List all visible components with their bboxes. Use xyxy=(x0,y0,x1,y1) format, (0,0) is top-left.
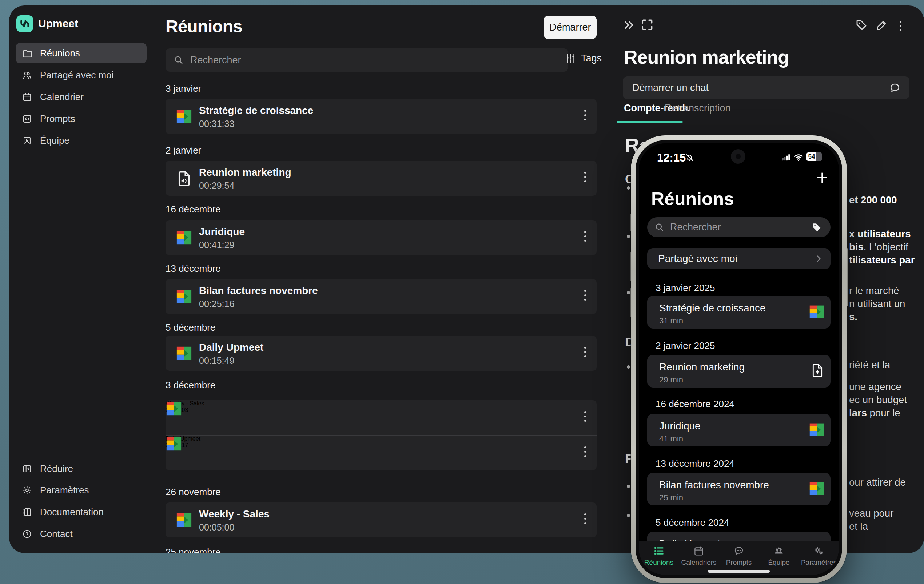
meeting-row[interactable]: Juridique 41 min xyxy=(647,414,830,447)
google-meet-icon xyxy=(176,345,193,362)
meeting-detail-title: Reunion marketing xyxy=(624,46,789,68)
tab-label: Équipe xyxy=(768,559,789,566)
phone-search-input[interactable]: Rechercher xyxy=(647,217,830,237)
meeting-row[interactable]: Weekly - Sales 00:30:03 xyxy=(165,400,597,435)
date-group-header: 16 décembre xyxy=(165,204,221,215)
sidebar-item-contact[interactable]: Contact xyxy=(16,525,147,543)
bullet-dot xyxy=(627,365,630,369)
tags-label: Tags xyxy=(581,53,602,64)
folder-icon xyxy=(22,48,32,58)
sidebar-item-equipe[interactable]: Équipe xyxy=(16,130,147,151)
sidebar-item-parametres[interactable]: Paramètres xyxy=(16,482,147,499)
tab-retranscription[interactable]: Retranscription xyxy=(665,102,731,114)
meeting-title: Bilan factures novembre xyxy=(199,285,318,297)
tags-filter-button[interactable]: Tags xyxy=(565,53,602,64)
notebook-icon xyxy=(22,507,32,517)
calendar-icon xyxy=(693,545,704,556)
report-text-line: lars pour le xyxy=(849,407,900,419)
meeting-duration: 00:41:29 xyxy=(199,240,234,250)
meeting-title: Reunion marketing xyxy=(199,167,291,178)
meeting-row[interactable]: Daily Upmeet 00:15:49 xyxy=(165,336,597,371)
chat-input[interactable]: Démarrer un chat xyxy=(623,76,909,99)
meeting-row[interactable]: Daily Upmeet 00:30:17 xyxy=(165,436,597,470)
sidebar-item-label: Contact xyxy=(40,528,73,539)
meeting-row[interactable]: Reunion marketing 00:29:54 xyxy=(165,161,597,196)
search-input[interactable]: Rechercher xyxy=(165,48,568,72)
battery-icon: 54 xyxy=(806,152,822,161)
sidebar-item-label: Prompts xyxy=(40,113,75,124)
more-menu-icon[interactable] xyxy=(899,21,902,34)
meeting-row[interactable]: Weekly - Sales 00:05:00 xyxy=(165,503,597,538)
kebab-menu-icon[interactable] xyxy=(584,513,586,526)
report-text-line: riété et la xyxy=(849,359,890,371)
sidebar-item-reunions[interactable]: Réunions xyxy=(16,43,147,63)
sidebar-item-label: Réunions xyxy=(40,48,80,59)
desktop: Upmeet Réunions Partagé avec moi Calendr… xyxy=(0,0,924,584)
google-meet-icon xyxy=(808,422,825,438)
sidebar-item-calendrier[interactable]: Calendrier xyxy=(16,87,147,107)
meeting-title: Stratégie de croissance xyxy=(659,302,766,314)
phone-screen: 12:15 54 + Réunions Rechercher Partagé a… xyxy=(639,144,839,575)
kebab-menu-icon[interactable] xyxy=(584,290,586,303)
start-meeting-button[interactable]: Démarrer xyxy=(544,16,597,39)
report-text-line: et 200 000 xyxy=(849,194,897,206)
shared-label: Partagé avec moi xyxy=(658,253,738,264)
bullet-dot xyxy=(627,485,630,488)
kebab-menu-icon[interactable] xyxy=(584,411,586,424)
report-text-line: ec un budget xyxy=(849,394,907,406)
add-meeting-button[interactable]: + xyxy=(816,167,828,188)
sidebar-item-partage[interactable]: Partagé avec moi xyxy=(16,65,147,85)
date-group-header: 5 décembre 2024 xyxy=(655,517,729,528)
gear-icon xyxy=(22,485,32,495)
audio-file-icon xyxy=(176,170,193,186)
shared-with-me-row[interactable]: Partagé avec moi xyxy=(647,248,830,269)
date-group-header: 13 décembre 2024 xyxy=(655,458,734,469)
sidebar-item-prompts[interactable]: Prompts xyxy=(16,109,147,129)
sidebar-item-label: Réduire xyxy=(40,463,73,475)
report-text-line: bis. L'objectif xyxy=(849,241,908,253)
meeting-row[interactable]: Reunion marketing 29 min xyxy=(647,355,830,388)
meeting-title: Weekly - Sales xyxy=(165,400,597,407)
meeting-duration: 25 min xyxy=(659,493,683,503)
meeting-row[interactable]: Bilan factures novembre 00:25:16 xyxy=(165,279,597,314)
date-group-header: 2 janvier xyxy=(165,145,201,156)
report-text-line: s. xyxy=(849,311,858,323)
meeting-duration: 41 min xyxy=(659,434,683,444)
people-icon xyxy=(774,545,784,556)
tag-filled-icon[interactable] xyxy=(811,222,822,233)
kebab-menu-icon[interactable] xyxy=(584,172,586,185)
collapse-chevrons-icon[interactable] xyxy=(623,19,635,31)
search-placeholder: Rechercher xyxy=(190,54,241,66)
date-group-header: 3 janvier 2025 xyxy=(655,282,715,294)
date-group-header: 26 novembre xyxy=(165,487,221,498)
kebab-menu-icon[interactable] xyxy=(584,347,586,360)
kebab-menu-icon[interactable] xyxy=(584,447,586,460)
edit-pencil-icon[interactable] xyxy=(875,18,888,32)
sidebar-item-reduire[interactable]: Réduire xyxy=(16,460,147,477)
meeting-row[interactable]: Stratégie de croissance 00:31:33 xyxy=(165,99,597,134)
kebab-menu-icon[interactable] xyxy=(584,231,586,244)
sidebar-item-label: Partagé avec moi xyxy=(40,69,114,81)
signal-icon xyxy=(780,153,792,162)
meeting-row[interactable]: Juridique 00:41:29 xyxy=(165,220,597,255)
sidebar-item-documentation[interactable]: Documentation xyxy=(16,503,147,521)
fullscreen-icon[interactable] xyxy=(640,18,654,32)
meeting-duration: 00:15:49 xyxy=(199,355,234,366)
date-group-header: 13 décembre xyxy=(165,263,221,274)
bullet-dot xyxy=(627,235,630,238)
sliders-icon xyxy=(565,53,576,64)
home-indicator[interactable] xyxy=(708,570,770,573)
tag-icon[interactable] xyxy=(855,18,868,32)
meeting-row[interactable]: Bilan factures novembre 25 min xyxy=(647,473,830,505)
report-text-line: our attirer de xyxy=(849,477,906,488)
meeting-row[interactable]: Stratégie de croissance 31 min xyxy=(647,296,830,328)
google-meet-icon xyxy=(808,481,825,497)
chevron-right-icon xyxy=(814,254,823,264)
kebab-menu-icon[interactable] xyxy=(584,110,586,123)
help-circle-icon xyxy=(22,529,32,539)
date-group-header: 3 décembre xyxy=(165,379,215,391)
google-meet-icon xyxy=(176,288,193,305)
meeting-title: Juridique xyxy=(199,226,245,238)
report-text-line: tilisateurs par xyxy=(849,254,914,266)
sidebar-divider xyxy=(152,5,152,553)
